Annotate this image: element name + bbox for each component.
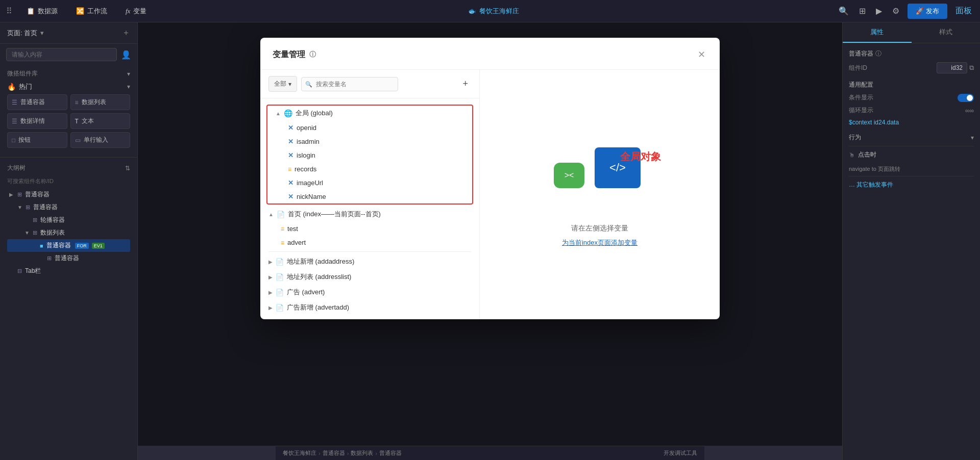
nav-variable[interactable]: fx 变量 [121, 5, 151, 18]
variable-openid[interactable]: ✕ openid [267, 121, 472, 135]
nav-workflow[interactable]: 🔀 工作流 [72, 5, 111, 18]
publish-button[interactable]: 🚀 发布 [908, 4, 947, 19]
add-variable-button[interactable]: + [459, 76, 471, 91]
modal-illustration: >< </> 全局对象 [554, 142, 646, 214]
behavior-collapse-icon[interactable]: ▾ [971, 134, 974, 141]
page-section: ▲ 📄 首页 (index——当前页面--首页) ≡ test ≡ [260, 207, 479, 249]
tree-carousel[interactable]: ⊞ 轮播容器 [7, 214, 130, 226]
hot-section-title: 🔥 热门 ▾ [7, 82, 130, 91]
hot-collapse-icon[interactable]: ▾ [127, 83, 130, 90]
context-link[interactable]: $context id24.data [849, 119, 899, 126]
collapse-icon[interactable]: ▾ [127, 70, 130, 78]
container-icon: ☰ [12, 99, 17, 106]
carousel-tree-icon: ⊞ [33, 217, 37, 223]
outline-expand-icon[interactable]: ⇅ [125, 165, 130, 172]
right-sidebar: 属性 样式 普通容器 ⓘ 组件ID id32 ⧉ [842, 22, 980, 460]
tab-properties[interactable]: 属性 [843, 22, 912, 43]
settings-icon[interactable]: ⚙ [890, 4, 901, 18]
search-icon[interactable]: 🔍 [837, 4, 851, 18]
search-wrap [301, 77, 455, 91]
variable-imageurl[interactable]: ✕ imageUrl [267, 176, 472, 190]
sidebar-header: 页面: 首页 ▾ ＋ [0, 22, 137, 44]
subpage-advertadd-header[interactable]: ▶ 📄 广告新增 (advertadd) [260, 300, 479, 315]
expand-icon: ▼ [24, 230, 31, 236]
component-normal-container[interactable]: ☰ 普通容器 [7, 94, 67, 110]
component-data-detail[interactable]: ☰ 数据详情 [7, 113, 67, 129]
component-id-label: 组件ID [849, 64, 867, 72]
container-tree-icon: ⊞ [26, 204, 30, 211]
component-id-hint: 可搜索组件名称/ID [7, 176, 130, 188]
tree-tab-bar[interactable]: ⊟ Tab栏 [7, 265, 130, 277]
general-config-title: 通用配置 [849, 81, 974, 89]
modal-empty-text: 请在左侧选择变量 [571, 224, 628, 233]
path-sep: › [318, 450, 321, 456]
click-action-row: 🖱 点击时 [849, 146, 974, 163]
play-icon[interactable]: ▶ [874, 4, 884, 18]
grid-icon[interactable]: ⊞ [857, 4, 868, 18]
component-single-input[interactable]: ▭ 单行输入 [70, 132, 131, 148]
variable-icon: fx [126, 7, 130, 15]
tree-normal-container-hl[interactable]: ■ 普通容器 FOR EV1 [7, 239, 130, 252]
tag-for: FOR [75, 243, 89, 249]
expand-icon: ▶ [268, 290, 273, 295]
component-button[interactable]: □ 按钮 [7, 132, 67, 148]
modal-close-button[interactable]: ✕ [696, 47, 707, 62]
copy-icon[interactable]: ⧉ [969, 64, 974, 72]
container-tree-icon: ⊞ [17, 191, 22, 198]
component-text[interactable]: T 文本 [70, 113, 131, 129]
devtools-button[interactable]: 开发调试工具 [664, 449, 697, 457]
tab-styles[interactable]: 样式 [912, 22, 981, 43]
workflow-icon: 🔀 [76, 7, 84, 15]
tree-normal-container-child[interactable]: ⊞ 普通容器 [7, 252, 130, 265]
subpage-advert-header[interactable]: ▶ 📄 广告 (advert) [260, 285, 479, 300]
filter-button[interactable]: 全部 ▾ [268, 76, 297, 92]
expand-icon: ▶ [268, 305, 273, 311]
variable-nickname[interactable]: ✕ nickName [267, 190, 472, 203]
tree-normal-container-1[interactable]: ▼ ⊞ 普通容器 [7, 201, 130, 214]
detail-icon: ☰ [12, 118, 17, 125]
db-type-icon: ≡ [281, 239, 284, 246]
page-icon: 📄 [276, 273, 284, 281]
right-tab-bar: 属性 样式 [843, 22, 980, 43]
subpage-addaddress-header[interactable]: ▶ 📄 地址新增 (addaddress) [260, 254, 479, 269]
component-data-list[interactable]: ≡ 数据列表 [70, 94, 131, 110]
global-section-highlight: ▲ 🌐 全局 (global) ✕ openid ✕ [266, 105, 473, 205]
sidebar-search: 👤 [0, 44, 137, 65]
variable-test[interactable]: ≡ test [260, 222, 479, 236]
panel-icon[interactable]: 面板 [953, 4, 974, 18]
tree-data-list[interactable]: ▼ ⊞ 数据列表 [7, 226, 130, 239]
expand-icon: ▼ [17, 205, 23, 210]
info-icon: ⓘ [309, 50, 316, 59]
page-icon: 📄 [276, 304, 284, 312]
add-page-icon[interactable]: ＋ [122, 28, 130, 38]
tree-normal-container-root[interactable]: ▶ ⊞ 普通容器 [7, 188, 130, 201]
page-selector[interactable]: 页面: 首页 ▾ [7, 29, 44, 38]
variable-isadmin[interactable]: ✕ isadmin [267, 135, 472, 148]
collapse-icon: ▲ [268, 212, 274, 217]
db-type-icon: ≡ [288, 166, 291, 173]
variable-advert[interactable]: ≡ advert [260, 236, 479, 249]
page-icon: 📄 [276, 258, 284, 266]
global-section-header[interactable]: ▲ 🌐 全局 (global) [267, 106, 472, 121]
variable-search-input[interactable] [301, 77, 398, 91]
datasource-icon: 📋 [27, 7, 35, 15]
tag-ev1: EV1 [92, 243, 105, 249]
component-title: 普通容器 ⓘ [849, 49, 974, 58]
modal-add-variable-link[interactable]: 为当前index页面添加变量 [562, 238, 638, 247]
other-events-row[interactable]: … 其它触发事件 [849, 176, 974, 193]
variable-islogin[interactable]: ✕ islogin [267, 148, 472, 162]
text-icon: T [75, 118, 79, 125]
publish-icon: 🚀 [916, 7, 924, 15]
subpage-addresslist-header[interactable]: ▶ 📄 地址列表 (addresslist) [260, 269, 479, 285]
component-library-section: 微搭组件库 ▾ 🔥 热门 ▾ ☰ 普通容器 ≡ 数据列表 [0, 65, 137, 157]
modal-overlay: 变量管理 ⓘ ✕ 全部 ▾ [138, 22, 842, 446]
search-input[interactable] [6, 48, 117, 61]
modal-title: 变量管理 ⓘ [273, 49, 316, 60]
condition-display-toggle[interactable] [958, 94, 974, 102]
variable-records[interactable]: ≡ records [267, 162, 472, 176]
db-type-icon: ≡ [281, 225, 284, 233]
nav-datasource[interactable]: 📋 数据源 [22, 5, 62, 18]
outline-section: 大纲树 ⇅ 可搜索组件名称/ID ▶ ⊞ 普通容器 ▼ ⊞ 普通容器 ⊞ [0, 157, 137, 460]
page-section-header[interactable]: ▲ 📄 首页 (index——当前页面--首页) [260, 207, 479, 222]
user-icon[interactable]: 👤 [121, 50, 131, 60]
